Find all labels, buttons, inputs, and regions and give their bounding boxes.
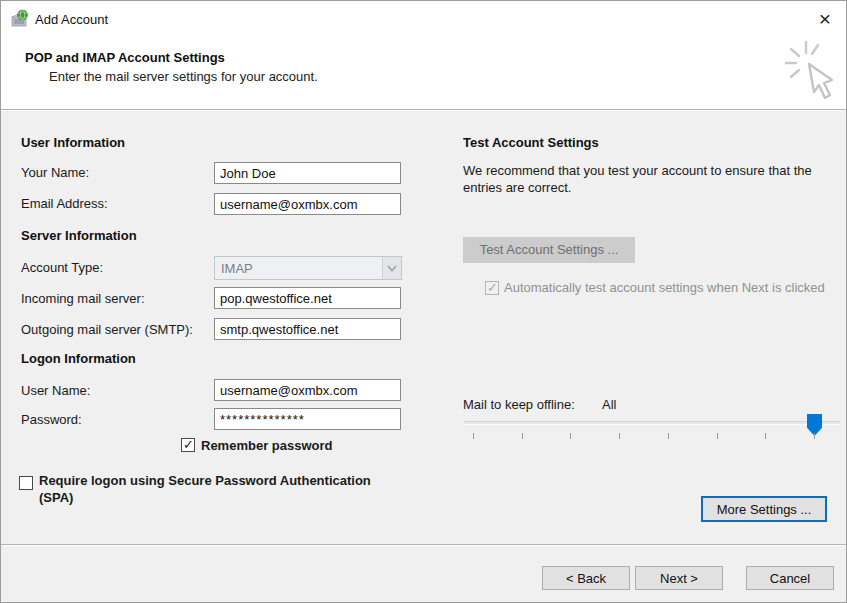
auto-test-checkbox bbox=[485, 281, 499, 295]
outgoing-server-label: Outgoing mail server (SMTP): bbox=[21, 322, 193, 337]
slider-tick bbox=[668, 433, 669, 439]
chevron-down-icon bbox=[382, 257, 401, 279]
email-address-field[interactable] bbox=[214, 193, 401, 215]
page-subtitle: Enter the mail server settings for your … bbox=[49, 69, 318, 84]
wizard-header: POP and IMAP Account Settings Enter the … bbox=[1, 37, 847, 110]
incoming-server-label: Incoming mail server: bbox=[21, 291, 145, 306]
section-logon-information: Logon Information bbox=[21, 351, 136, 366]
section-test-account-settings: Test Account Settings bbox=[463, 135, 599, 150]
password-label: Password: bbox=[21, 412, 82, 427]
account-type-dropdown: IMAP bbox=[214, 256, 402, 280]
mail-offline-slider-track[interactable] bbox=[464, 421, 840, 425]
incoming-server-field[interactable] bbox=[214, 287, 401, 309]
outgoing-server-field[interactable] bbox=[214, 318, 401, 340]
account-type-value: IMAP bbox=[215, 261, 382, 276]
titlebar: Add Account × bbox=[1, 1, 847, 37]
slider-tick bbox=[765, 433, 766, 439]
password-field[interactable] bbox=[214, 408, 401, 430]
slider-ticks bbox=[473, 433, 815, 439]
add-account-app-icon bbox=[9, 9, 29, 29]
slider-tick bbox=[522, 433, 523, 439]
slider-tick bbox=[814, 433, 815, 439]
slider-tick bbox=[717, 433, 718, 439]
your-name-field[interactable] bbox=[214, 162, 401, 184]
add-account-dialog: Add Account × POP and IMAP Account Setti… bbox=[0, 0, 847, 603]
account-type-label: Account Type: bbox=[21, 260, 103, 275]
back-button[interactable]: < Back bbox=[542, 566, 630, 590]
mail-offline-label: Mail to keep offline: bbox=[463, 397, 575, 412]
footer-divider bbox=[1, 544, 847, 546]
remember-password-label: Remember password bbox=[201, 438, 333, 453]
section-server-information: Server Information bbox=[21, 228, 137, 243]
mail-offline-value: All bbox=[602, 397, 616, 412]
spa-checkbox[interactable] bbox=[19, 476, 33, 490]
cancel-button[interactable]: Cancel bbox=[746, 566, 834, 590]
test-settings-description: We recommend that you test your account … bbox=[463, 162, 841, 196]
slider-tick bbox=[570, 433, 571, 439]
email-address-label: Email Address: bbox=[21, 196, 108, 211]
test-account-settings-button: Test Account Settings ... bbox=[463, 237, 635, 263]
spa-label: Require logon using Secure Password Auth… bbox=[39, 472, 393, 506]
remember-password-checkbox[interactable] bbox=[181, 438, 195, 452]
cursor-sparkle-icon bbox=[782, 39, 840, 109]
more-settings-button[interactable]: More Settings ... bbox=[701, 496, 827, 522]
slider-tick bbox=[473, 433, 474, 439]
close-icon[interactable]: × bbox=[812, 7, 838, 33]
window-title: Add Account bbox=[35, 12, 108, 27]
slider-tick bbox=[619, 433, 620, 439]
next-button[interactable]: Next > bbox=[635, 566, 723, 590]
page-title: POP and IMAP Account Settings bbox=[25, 50, 225, 65]
section-user-information: User Information bbox=[21, 135, 125, 150]
your-name-label: Your Name: bbox=[21, 165, 89, 180]
user-name-field[interactable] bbox=[214, 379, 401, 401]
user-name-label: User Name: bbox=[21, 383, 90, 398]
auto-test-label: Automatically test account settings when… bbox=[504, 279, 836, 296]
